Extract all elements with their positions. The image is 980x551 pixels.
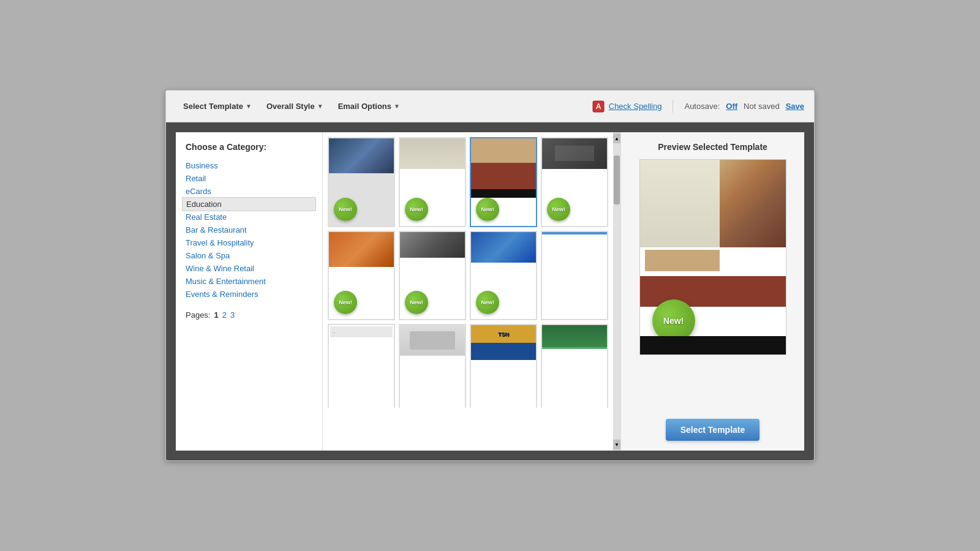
template-thumb-3[interactable]: New!	[470, 137, 537, 227]
education-label: Education	[186, 200, 222, 209]
template-thumb-11[interactable]: TSN	[470, 324, 537, 408]
template-grid: New! New!	[328, 137, 608, 408]
page-1[interactable]: 1	[214, 310, 218, 320]
new-badge-4: New!	[547, 198, 570, 221]
content-body: Choose a Category: Business Retail eCard…	[176, 132, 804, 451]
svg-text:A: A	[595, 102, 601, 111]
sidebar-title: Choose a Category:	[186, 142, 312, 152]
template-thumb-8[interactable]	[541, 231, 608, 321]
wine-retail-link[interactable]: Wine & Wine Retail	[186, 264, 254, 273]
page-2[interactable]: 2	[222, 310, 227, 320]
overall-style-arrow: ▼	[317, 103, 323, 110]
select-template-arrow: ▼	[246, 103, 252, 110]
salon-spa-link[interactable]: Salon & Spa	[186, 251, 230, 260]
main-area: Choose a Category: Business Retail eCard…	[166, 122, 814, 460]
select-template-button[interactable]: Select Template	[666, 419, 760, 441]
scroll-down-arrow[interactable]: ▼	[613, 440, 620, 449]
toolbar-left: Select Template ▼ Overall Style ▼ Email …	[176, 98, 592, 114]
email-options-label: Email Options	[338, 102, 391, 111]
scroll-thumb[interactable]	[614, 156, 620, 204]
template-thumb-10[interactable]	[399, 324, 466, 408]
bar-restaurant-link[interactable]: Bar & Restaurant	[186, 225, 247, 234]
events-reminders-link[interactable]: Events & Reminders	[186, 290, 258, 299]
preview-image: New!	[639, 159, 786, 355]
sidebar-item-wine-retail[interactable]: Wine & Wine Retail	[186, 262, 312, 275]
business-link[interactable]: Business	[186, 161, 218, 170]
email-options-menu[interactable]: Email Options ▼	[331, 98, 407, 114]
spell-check-icon: A	[592, 100, 605, 113]
sidebar-item-retail[interactable]: Retail	[186, 172, 312, 185]
music-entertainment-link[interactable]: Music & Entertainment	[186, 277, 266, 286]
save-button[interactable]: Save	[786, 102, 804, 111]
overall-style-label: Overall Style	[266, 102, 315, 111]
template-thumb-4[interactable]: New!	[541, 137, 608, 227]
sidebar-item-education[interactable]: Education	[182, 197, 316, 211]
page-3[interactable]: 3	[230, 310, 235, 320]
overall-style-menu[interactable]: Overall Style ▼	[259, 98, 331, 114]
sidebar-item-bar-restaurant[interactable]: Bar & Restaurant	[186, 223, 312, 236]
sidebar: Choose a Category: Business Retail eCard…	[176, 132, 323, 451]
template-thumb-1[interactable]: New!	[328, 137, 395, 227]
retail-link[interactable]: Retail	[186, 174, 206, 183]
grid-wrapper: New! New!	[323, 132, 620, 451]
scroll-up-arrow[interactable]: ▲	[613, 133, 620, 143]
select-template-menu[interactable]: Select Template ▼	[176, 98, 259, 114]
check-spelling-button[interactable]: A Check Spelling	[592, 100, 662, 113]
sidebar-item-business[interactable]: Business	[186, 159, 312, 172]
autosave-label: Autosave:	[684, 102, 720, 111]
new-badge-1: New!	[334, 198, 357, 221]
template-thumb-6[interactable]: New!	[399, 231, 466, 321]
preview-panel: Preview Selected Template New!	[620, 132, 804, 451]
content-panel: Choose a Category: Business Retail eCard…	[176, 132, 804, 451]
real-estate-link[interactable]: Real Estate	[186, 212, 227, 222]
autosave-toggle[interactable]: Off	[726, 102, 737, 111]
template-thumb-12[interactable]	[541, 324, 608, 408]
sidebar-item-music-entertainment[interactable]: Music & Entertainment	[186, 275, 312, 288]
toolbar-divider	[673, 100, 673, 113]
template-thumb-2[interactable]: New!	[399, 137, 466, 227]
new-badge-3: New!	[476, 198, 499, 221]
pagination: Pages: 1 2 3	[186, 310, 312, 320]
preview-new-badge-text: New!	[663, 316, 684, 326]
preview-title: Preview Selected Template	[658, 142, 767, 152]
check-spelling-label: Check Spelling	[609, 102, 662, 111]
travel-hospitality-link[interactable]: Travel & Hospitality	[186, 238, 254, 247]
new-badge-2: New!	[405, 198, 428, 221]
toolbar-right: A Check Spelling Autosave: Off Not saved…	[592, 100, 804, 113]
sidebar-item-real-estate[interactable]: Real Estate	[186, 211, 312, 223]
pages-label: Pages:	[186, 310, 210, 320]
ecards-link[interactable]: eCards	[186, 187, 211, 196]
sidebar-item-salon-spa[interactable]: Salon & Spa	[186, 249, 312, 262]
template-thumb-9[interactable]: ...	[328, 324, 395, 408]
sidebar-item-travel-hospitality[interactable]: Travel & Hospitality	[186, 236, 312, 249]
scrollbar[interactable]: ▲ ▼	[613, 132, 620, 451]
select-template-label: Select Template	[183, 102, 243, 111]
category-list: Business Retail eCards Education Real Es	[186, 159, 312, 301]
app-window: Select Template ▼ Overall Style ▼ Email …	[165, 90, 815, 461]
template-thumb-7[interactable]: New!	[470, 231, 537, 321]
template-grid-container[interactable]: New! New!	[323, 132, 613, 408]
toolbar: Select Template ▼ Overall Style ▼ Email …	[166, 91, 814, 122]
sidebar-item-events-reminders[interactable]: Events & Reminders	[186, 288, 312, 301]
sidebar-item-ecards[interactable]: eCards	[186, 185, 312, 198]
email-options-arrow: ▼	[394, 103, 400, 110]
template-thumb-5[interactable]: New!	[328, 231, 395, 321]
preview-bottom-bar	[640, 336, 786, 354]
not-saved-status: Not saved	[744, 102, 780, 111]
